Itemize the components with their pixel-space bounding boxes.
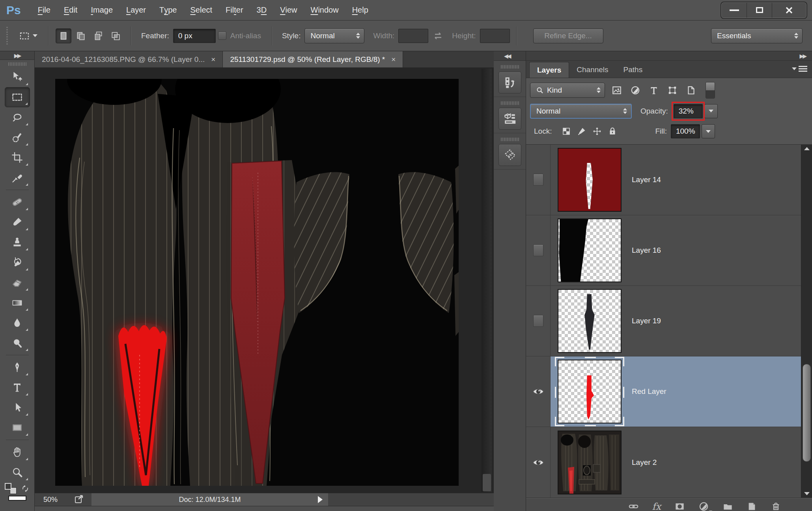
- zoom-tool[interactable]: [5, 462, 30, 482]
- default-colors-icon[interactable]: [5, 483, 17, 494]
- tools-panel-header[interactable]: ▶▶: [0, 51, 34, 60]
- layer-row[interactable]: Layer 16: [526, 215, 801, 286]
- menu-help[interactable]: Help: [345, 0, 375, 20]
- layer-name[interactable]: Layer 16: [632, 246, 661, 255]
- adjustment-layer-filter-button[interactable]: [629, 84, 642, 97]
- path-selection-tool[interactable]: [5, 397, 30, 418]
- properties-3d-panel-button[interactable]: [498, 108, 521, 130]
- swap-colors-icon[interactable]: [21, 484, 30, 493]
- tab-layers[interactable]: Layers: [529, 62, 569, 78]
- eraser-tool[interactable]: [5, 272, 30, 293]
- move-tool[interactable]: [5, 67, 30, 87]
- tools-panel-grip[interactable]: [8, 62, 26, 66]
- layer-row[interactable]: Layer 19: [526, 286, 801, 356]
- clone-stamp-tool[interactable]: [5, 232, 30, 252]
- layer-row[interactable]: Layer 14: [526, 145, 801, 215]
- width-input[interactable]: [398, 29, 428, 43]
- type-tool[interactable]: [5, 377, 30, 397]
- fill-input[interactable]: 100%: [671, 124, 700, 138]
- close-tab-icon[interactable]: ×: [391, 55, 396, 64]
- opacity-slider-button[interactable]: [704, 104, 718, 118]
- brush-tool[interactable]: [5, 212, 30, 232]
- options-bar-grip[interactable]: [6, 27, 8, 45]
- minimize-button[interactable]: [722, 3, 747, 18]
- lock-position-button[interactable]: [592, 127, 602, 136]
- anti-alias-checkbox[interactable]: [218, 32, 226, 40]
- close-tab-icon[interactable]: ×: [211, 55, 215, 64]
- zoom-level[interactable]: 50%: [43, 496, 69, 504]
- visibility-cell[interactable]: [526, 286, 551, 356]
- clone-source-panel-button[interactable]: [498, 144, 521, 166]
- link-layers-button[interactable]: [628, 501, 639, 511]
- menu-edit[interactable]: Edit: [57, 0, 84, 20]
- document-canvas[interactable]: [55, 79, 459, 486]
- feather-input[interactable]: 0 px: [173, 29, 216, 43]
- scroll-down-arrow-icon[interactable]: [804, 492, 810, 495]
- visibility-hidden-box[interactable]: [533, 315, 543, 327]
- new-selection-mode-button[interactable]: [56, 28, 71, 43]
- scroll-up-arrow-icon[interactable]: [804, 147, 810, 150]
- document-vertical-scrollbar[interactable]: [482, 69, 492, 492]
- document-tab-inactive[interactable]: 2016-04-06_12163085.PNG @ 66.7% (Layer 0…: [35, 51, 223, 67]
- shape-layer-filter-button[interactable]: [666, 84, 679, 97]
- filter-toggle-switch[interactable]: [706, 82, 715, 99]
- layers-scrollbar[interactable]: [801, 145, 812, 498]
- height-input[interactable]: [480, 29, 510, 43]
- tool-preset-picker[interactable]: [15, 28, 41, 43]
- visibility-cell[interactable]: [526, 215, 551, 285]
- visibility-hidden-box[interactable]: [533, 244, 543, 256]
- blur-tool[interactable]: [5, 313, 30, 333]
- healing-brush-tool[interactable]: [5, 192, 30, 212]
- panel-grip[interactable]: [501, 101, 519, 105]
- menu-type[interactable]: Type: [153, 0, 183, 20]
- refine-edge-button[interactable]: Refine Edge...: [533, 28, 603, 43]
- add-adjustment-layer-button[interactable]: [698, 501, 709, 511]
- dock-expand-header[interactable]: ▶▶: [526, 51, 812, 61]
- pixel-layer-filter-button[interactable]: [610, 84, 623, 97]
- new-group-button[interactable]: [722, 501, 733, 511]
- history-brush-tool[interactable]: [5, 252, 30, 272]
- tab-channels[interactable]: Channels: [569, 62, 616, 78]
- workspace-dropdown[interactable]: Essentials: [711, 28, 803, 43]
- document-tab-active[interactable]: 2511301729.psd @ 50% (Red Layer, RGB/8) …: [223, 51, 403, 67]
- layer-name[interactable]: Layer 19: [632, 317, 661, 325]
- eye-visible-icon[interactable]: [532, 386, 545, 397]
- layer-thumbnail[interactable]: [558, 289, 622, 353]
- visibility-hidden-box[interactable]: [533, 174, 543, 186]
- history-panel-button[interactable]: [498, 71, 521, 93]
- layer-thumbnail[interactable]: [558, 218, 622, 282]
- foreground-color-swatch[interactable]: [8, 496, 26, 501]
- layer-name[interactable]: Layer 2: [632, 458, 657, 467]
- intersect-selection-mode-button[interactable]: [108, 28, 123, 43]
- eye-visible-icon[interactable]: [532, 457, 545, 468]
- menu-layer[interactable]: Layer: [119, 0, 153, 20]
- layer-thumbnail[interactable]: [558, 148, 622, 212]
- crop-tool[interactable]: [5, 147, 30, 168]
- menu-select[interactable]: Select: [184, 0, 219, 20]
- pen-tool[interactable]: [5, 357, 30, 377]
- panel-menu-button[interactable]: [792, 66, 807, 72]
- menu-window[interactable]: Window: [304, 0, 345, 20]
- add-layer-mask-button[interactable]: [674, 501, 685, 511]
- lock-paint-button[interactable]: [577, 127, 586, 136]
- scrollbar-thumb[interactable]: [803, 364, 811, 462]
- fill-slider-button[interactable]: [702, 124, 715, 138]
- menu-image[interactable]: Image: [84, 0, 119, 20]
- filter-kind-dropdown[interactable]: Kind: [530, 83, 605, 98]
- visibility-cell[interactable]: [526, 427, 551, 498]
- document-horizontal-scrollbar[interactable]: [35, 506, 494, 511]
- rectangular-marquee-tool[interactable]: [5, 87, 30, 107]
- type-layer-filter-button[interactable]: [647, 84, 661, 97]
- lasso-tool[interactable]: [5, 107, 30, 127]
- dodge-tool[interactable]: [5, 333, 30, 353]
- layer-row[interactable]: Layer 2: [526, 427, 801, 498]
- add-selection-mode-button[interactable]: [73, 28, 89, 43]
- layer-thumbnail[interactable]: [558, 360, 622, 423]
- opacity-input[interactable]: 32%: [674, 104, 703, 118]
- close-button[interactable]: [772, 3, 806, 18]
- layer-style-button[interactable]: fx: [652, 501, 661, 511]
- menu-view[interactable]: View: [273, 0, 304, 20]
- swap-dimensions-icon[interactable]: [432, 31, 444, 41]
- document-size-status[interactable]: Doc: 12.0M/134.1M: [91, 493, 328, 506]
- hand-tool[interactable]: [5, 442, 30, 462]
